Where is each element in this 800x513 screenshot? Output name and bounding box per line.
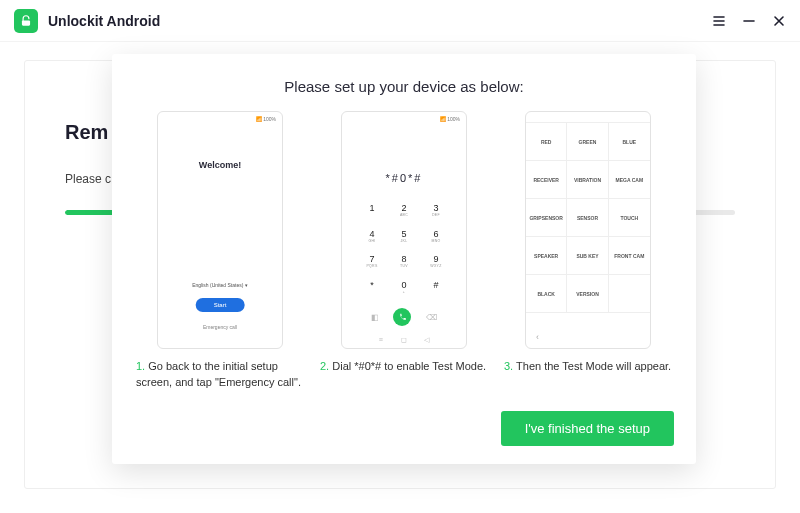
keypad-key: * (356, 275, 388, 301)
keypad-key: 9WXYZ (420, 249, 452, 275)
testmode-cell: MEGA CAM (609, 161, 650, 199)
step-2-caption: 2. Dial *#0*# to enable Test Mode. (318, 359, 490, 391)
keypad-key: 8TUV (388, 249, 420, 275)
step-1: 📶 100% Welcome! English (United States) … (134, 111, 306, 391)
backspace-icon: ⌫ (426, 313, 437, 322)
keypad-key: 2ABC (388, 198, 420, 224)
phone-emergency-link: Emergency call (158, 324, 282, 330)
svg-rect-0 (22, 20, 30, 25)
finished-setup-button[interactable]: I've finished the setup (501, 411, 674, 446)
minimize-icon[interactable] (742, 14, 756, 28)
testmode-grid: REDGREENBLUERECEIVERVIBRATIONMEGA CAMGRI… (526, 122, 650, 313)
dialer-display: *#0*# (342, 172, 466, 184)
testmode-cell: BLACK (526, 275, 567, 313)
phone-mock-dialer: 📶 100% *#0*# 12ABC3DEF4GHI5JKL6MNO7PQRS8… (341, 111, 467, 349)
menu-icon[interactable] (712, 14, 726, 28)
titlebar: Unlockit Android (0, 0, 800, 42)
testmode-cell: TOUCH (609, 199, 650, 237)
testmode-cell: VIBRATION (567, 161, 608, 199)
testmode-cell: SUB KEY (567, 237, 608, 275)
android-nav-bar: ≡◻◁ (342, 336, 466, 344)
step-3: REDGREENBLUERECEIVERVIBRATIONMEGA CAMGRI… (502, 111, 674, 391)
keypad-key: # (420, 275, 452, 301)
phone-language-select: English (United States) (158, 282, 282, 288)
phone-welcome-text: Welcome! (158, 160, 282, 170)
phone-status-icon: 📶 100% (440, 116, 460, 122)
window-controls (712, 14, 786, 28)
setup-modal: Please set up your device as below: 📶 10… (112, 54, 696, 464)
modal-footer: I've finished the setup (134, 411, 674, 446)
phone-start-button: Start (196, 298, 245, 312)
keypad-key: 1 (356, 198, 388, 224)
app-title: Unlockit Android (48, 13, 160, 29)
dialer-bottom-row: ◧ ⌫ (342, 308, 466, 326)
testmode-cell: SPEAKER (526, 237, 567, 275)
phone-mock-welcome: 📶 100% Welcome! English (United States) … (157, 111, 283, 349)
dialer-keypad: 12ABC3DEF4GHI5JKL6MNO7PQRS8TUV9WXYZ*0+# (342, 198, 466, 300)
testmode-cell: BLUE (609, 123, 650, 161)
app-logo-icon (14, 9, 38, 33)
testmode-cell: RED (526, 123, 567, 161)
keypad-key: 4GHI (356, 224, 388, 250)
testmode-cell (609, 275, 650, 313)
phones-row: 📶 100% Welcome! English (United States) … (134, 111, 674, 391)
keypad-key: 6MNO (420, 224, 452, 250)
call-button-icon (393, 308, 411, 326)
keypad-key: 0+ (388, 275, 420, 301)
testmode-cell: VERSION (567, 275, 608, 313)
video-call-icon: ◧ (371, 313, 379, 322)
testmode-cell: GRIPSENSOR (526, 199, 567, 237)
phone-mock-testmode: REDGREENBLUERECEIVERVIBRATIONMEGA CAMGRI… (525, 111, 651, 349)
close-icon[interactable] (772, 14, 786, 28)
step-2: 📶 100% *#0*# 12ABC3DEF4GHI5JKL6MNO7PQRS8… (318, 111, 490, 391)
keypad-key: 5JKL (388, 224, 420, 250)
testmode-cell: SENSOR (567, 199, 608, 237)
keypad-key: 7PQRS (356, 249, 388, 275)
step-3-caption: 3. Then the Test Mode will appear. (502, 359, 674, 391)
testmode-cell: RECEIVER (526, 161, 567, 199)
testmode-cell: FRONT CAM (609, 237, 650, 275)
modal-title: Please set up your device as below: (134, 78, 674, 95)
android-back-icon: ‹ (536, 332, 539, 342)
step-1-caption: 1. Go back to the initial setup screen, … (134, 359, 306, 391)
keypad-key: 3DEF (420, 198, 452, 224)
phone-status-icon: 📶 100% (256, 116, 276, 122)
testmode-cell: GREEN (567, 123, 608, 161)
